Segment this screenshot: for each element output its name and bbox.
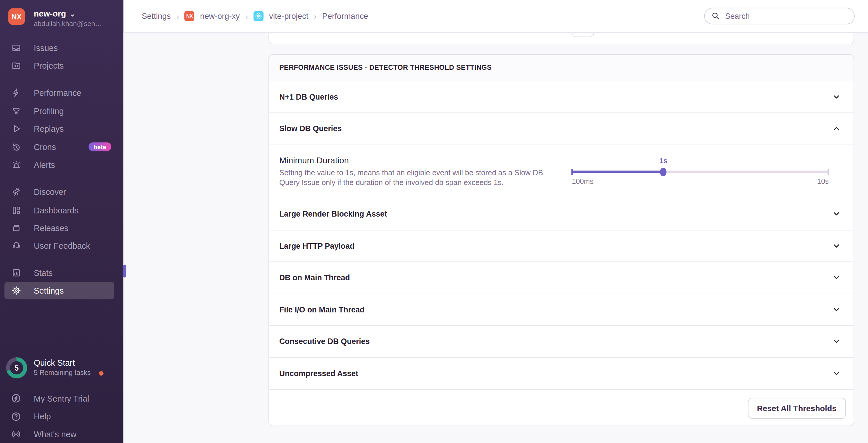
chevron-down-icon: ⌄: [69, 9, 76, 19]
detector-threshold-panel: PERFORMANCE ISSUES - DETECTOR THRESHOLD …: [269, 54, 854, 426]
sidebar-item-stats[interactable]: Stats: [0, 264, 124, 282]
sidebar-item-issues[interactable]: Issues: [0, 39, 124, 56]
sidebar-item-user-feedback[interactable]: User Feedback: [0, 237, 124, 255]
telescope-icon: [11, 187, 21, 197]
siren-icon: [11, 160, 21, 170]
sidebar-item-crons[interactable]: Crons beta: [0, 138, 124, 155]
previous-card-fragment: [269, 32, 854, 44]
sidebar-item-profiling[interactable]: Profiling: [0, 102, 124, 120]
slider-min-cap: [571, 169, 573, 175]
sidebar-item-performance[interactable]: Performance: [0, 84, 124, 101]
chevron-right-icon: ›: [176, 11, 179, 21]
search-input[interactable]: [724, 11, 842, 21]
quick-start[interactable]: 5 Quick Start 5 Remaining tasks: [0, 354, 124, 382]
dashboard-icon: [11, 205, 21, 215]
subnav-active-indicator: [123, 265, 126, 277]
chevron-right-icon: ›: [314, 11, 317, 21]
play-icon: [11, 124, 21, 134]
beta-badge: beta: [89, 143, 111, 151]
search-icon: [711, 11, 720, 20]
sidebar-item-projects[interactable]: Projects: [0, 57, 124, 75]
breadcrumb-settings[interactable]: Settings: [142, 11, 171, 21]
search-box: [704, 7, 855, 24]
accordion-row-large-render-blocking-asset[interactable]: Large Render Blocking Asset: [269, 198, 853, 230]
broadcast-icon: [11, 429, 21, 439]
sidebar-item-discover[interactable]: Discover: [0, 183, 124, 201]
slider-max-cap: [828, 169, 829, 175]
breadcrumb-project[interactable]: vite-project: [269, 11, 308, 21]
accordion-row-n-plus-one-db-queries[interactable]: N+1 DB Queries: [269, 81, 853, 113]
chevron-down-icon: [832, 273, 841, 282]
panel-footer: Reset All Thresholds: [269, 389, 853, 426]
reset-all-thresholds-button[interactable]: Reset All Thresholds: [748, 398, 846, 419]
clock-icon: [11, 142, 21, 152]
quick-start-count: 5: [10, 361, 23, 374]
accordion-row-consecutive-db-queries[interactable]: Consecutive DB Queries: [269, 326, 853, 358]
quick-start-label: Quick Start: [34, 358, 75, 367]
panel-title: PERFORMANCE ISSUES - DETECTOR THRESHOLD …: [269, 55, 853, 81]
org-name: new-org⌄: [34, 9, 76, 19]
bar-chart-icon: [11, 268, 21, 278]
slider-current-value: 1s: [652, 156, 675, 165]
org-avatar: NX: [8, 8, 25, 25]
slider-range-labels: 100ms 10s: [572, 177, 829, 185]
quick-start-progress-ring: 5: [6, 357, 27, 378]
chevron-up-icon: [832, 124, 841, 133]
breadcrumb: Settings › NX new-org-xy › vite-project …: [142, 0, 368, 32]
sidebar-item-dashboards[interactable]: Dashboards: [0, 201, 124, 219]
slider-fill: [572, 171, 663, 173]
accordion-row-slow-db-queries[interactable]: Slow DB Queries: [269, 113, 853, 145]
chevron-down-icon: [832, 305, 841, 314]
minimum-duration-slider: 1s 100ms 10s: [572, 145, 829, 198]
lightning-icon: [11, 88, 21, 97]
profiling-icon: [11, 106, 21, 116]
main-content: PERFORMANCE ISSUES - DETECTOR THRESHOLD …: [124, 32, 868, 443]
notification-dot: [99, 371, 103, 376]
sidebar-item-settings[interactable]: Settings: [4, 282, 114, 299]
org-switcher[interactable]: NX new-org⌄ abdullah.khan@sen…: [8, 8, 119, 27]
archive-icon: [11, 223, 21, 233]
minimum-duration-description: Setting the value to 1s, means that an e…: [279, 168, 559, 188]
slider-handle[interactable]: [660, 168, 666, 176]
slider-max-label: 10s: [817, 177, 829, 185]
folder-code-icon: [11, 61, 21, 71]
primary-sidebar: NX new-org⌄ abdullah.khan@sen… Issues Pr…: [0, 0, 124, 443]
sidebar-item-alerts[interactable]: Alerts: [0, 156, 124, 174]
react-project-icon: [254, 11, 264, 21]
org-badge: NX: [185, 11, 194, 21]
chevron-right-icon: ›: [245, 11, 248, 21]
sidebar-item-my-sentry-trial[interactable]: My Sentry Trial: [0, 389, 124, 407]
app-window: NX new-org⌄ abdullah.khan@sen… Issues Pr…: [0, 0, 868, 443]
chevron-down-icon: [832, 241, 841, 250]
inbox-icon: [11, 42, 21, 52]
gear-icon: [11, 286, 21, 295]
slider-track[interactable]: [572, 171, 829, 173]
chevron-down-icon: [832, 369, 841, 378]
accordion-row-uncompressed-asset[interactable]: Uncompressed Asset: [269, 358, 853, 389]
sidebar-item-whats-new[interactable]: What's new: [0, 425, 124, 443]
breadcrumb-org[interactable]: new-org-xy: [200, 11, 240, 21]
minimum-duration-label: Minimum Duration: [279, 155, 349, 165]
help-icon: [11, 411, 21, 421]
feedback-icon: [11, 241, 21, 250]
trial-bolt-icon: [11, 393, 21, 403]
cut-off-button-fragment[interactable]: [572, 32, 594, 37]
sidebar-item-replays[interactable]: Replays: [0, 120, 124, 138]
quick-start-sublabel: 5 Remaining tasks: [34, 369, 91, 377]
accordion-row-large-http-payload[interactable]: Large HTTP Payload: [269, 230, 853, 262]
slider-min-label: 100ms: [572, 177, 593, 185]
chevron-down-icon: [832, 210, 841, 218]
sidebar-item-releases[interactable]: Releases: [0, 219, 124, 237]
chevron-down-icon: [832, 337, 841, 346]
accordion-row-db-on-main-thread[interactable]: DB on Main Thread: [269, 262, 853, 294]
breadcrumb-current-page: Performance: [322, 11, 368, 21]
top-header: Settings › NX new-org-xy › vite-project …: [124, 0, 868, 32]
accordion-row-file-io-on-main-thread[interactable]: File I/O on Main Thread: [269, 294, 853, 326]
org-email: abdullah.khan@sen…: [34, 20, 102, 28]
slow-db-queries-expanded-section: Minimum Duration Setting the value to 1s…: [269, 145, 853, 198]
sidebar-item-help[interactable]: Help: [0, 407, 124, 425]
chevron-down-icon: [832, 92, 841, 101]
